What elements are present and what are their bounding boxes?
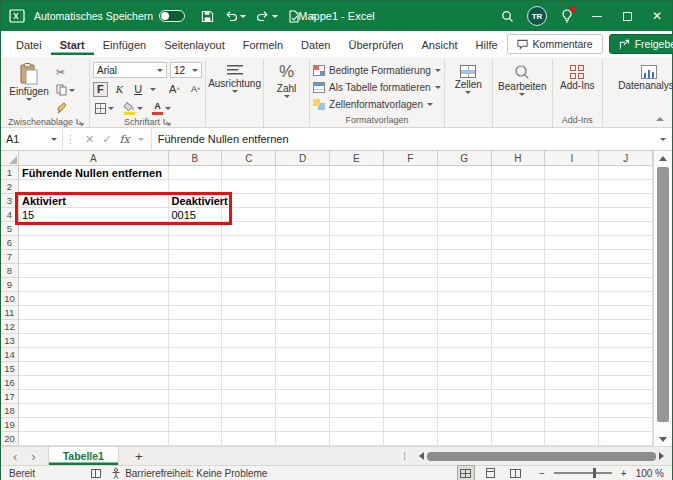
cell-F2[interactable] [384, 180, 438, 194]
cell-B10[interactable] [169, 292, 223, 306]
cell-J20[interactable] [599, 432, 653, 446]
row-header-9[interactable]: 9 [1, 278, 19, 292]
cell-A13[interactable] [19, 334, 169, 348]
cell-C1[interactable] [222, 166, 276, 180]
next-sheet-icon[interactable]: › [31, 449, 35, 464]
cell-A9[interactable] [19, 278, 169, 292]
shrink-font-button[interactable]: A˅ [188, 82, 204, 97]
tab-hilfe[interactable]: Hilfe [467, 34, 507, 55]
expand-formula-bar-icon[interactable] [654, 128, 672, 150]
cell-G8[interactable] [438, 264, 492, 278]
cell-F16[interactable] [384, 376, 438, 390]
cell-H18[interactable] [492, 404, 546, 418]
cell-C11[interactable] [222, 306, 276, 320]
cell-G1[interactable] [438, 166, 492, 180]
cell-G9[interactable] [438, 278, 492, 292]
cell-D14[interactable] [276, 348, 330, 362]
cell-I1[interactable] [545, 166, 599, 180]
cell-D10[interactable] [276, 292, 330, 306]
cell-D15[interactable] [276, 362, 330, 376]
column-header-J[interactable]: J [599, 151, 653, 166]
prev-sheet-icon[interactable]: ‹ [13, 449, 17, 464]
cell-F15[interactable] [384, 362, 438, 376]
cell-J19[interactable] [599, 418, 653, 432]
cell-H16[interactable] [492, 376, 546, 390]
cell-C20[interactable] [222, 432, 276, 446]
cell-B12[interactable] [169, 320, 223, 334]
cell-E9[interactable] [330, 278, 384, 292]
row-header-4[interactable]: 4 [1, 208, 19, 222]
cell-H19[interactable] [492, 418, 546, 432]
cell-J4[interactable] [599, 208, 653, 222]
tab-ueberpruefen[interactable]: Überprüfen [339, 34, 412, 55]
cell-E6[interactable] [330, 236, 384, 250]
cell-D12[interactable] [276, 320, 330, 334]
cell-J5[interactable] [599, 222, 653, 236]
cell-G18[interactable] [438, 404, 492, 418]
zoom-level[interactable]: 100 % [636, 468, 664, 479]
row-header-5[interactable]: 5 [1, 222, 19, 236]
cell-H17[interactable] [492, 390, 546, 404]
cell-C4[interactable] [222, 208, 276, 222]
cell-C3[interactable] [222, 194, 276, 208]
cell-B17[interactable] [169, 390, 223, 404]
column-header-H[interactable]: H [492, 151, 546, 166]
cut-button[interactable]: ✂ [54, 64, 77, 80]
cell-A14[interactable] [19, 348, 169, 362]
cell-J15[interactable] [599, 362, 653, 376]
cell-F14[interactable] [384, 348, 438, 362]
cell-B11[interactable] [169, 306, 223, 320]
cell-E8[interactable] [330, 264, 384, 278]
cell-E12[interactable] [330, 320, 384, 334]
tab-start[interactable]: Start [51, 34, 94, 55]
cell-G19[interactable] [438, 418, 492, 432]
cell-J16[interactable] [599, 376, 653, 390]
cell-C16[interactable] [222, 376, 276, 390]
cell-A8[interactable] [19, 264, 169, 278]
ideas-lightbulb-icon[interactable] [552, 1, 582, 31]
cell-D3[interactable] [276, 194, 330, 208]
cell-G17[interactable] [438, 390, 492, 404]
cell-A16[interactable] [19, 376, 169, 390]
cell-A12[interactable] [19, 320, 169, 334]
conditional-formatting-button[interactable]: Bedingte Formatierung [313, 62, 441, 79]
cell-F13[interactable] [384, 334, 438, 348]
cell-D1[interactable] [276, 166, 330, 180]
cell-B6[interactable] [169, 236, 223, 250]
column-header-D[interactable]: D [276, 151, 330, 166]
cell-C9[interactable] [222, 278, 276, 292]
enter-icon[interactable]: ✓ [102, 133, 111, 146]
row-header-11[interactable]: 11 [1, 306, 19, 320]
add-sheet-button[interactable]: + [119, 447, 159, 465]
clipboard-dialog-launcher-icon[interactable] [76, 118, 84, 126]
cell-I10[interactable] [545, 292, 599, 306]
undo-button[interactable] [221, 8, 249, 24]
search-icon[interactable] [492, 1, 522, 31]
cell-D6[interactable] [276, 236, 330, 250]
horizontal-scroll-thumb[interactable] [427, 452, 656, 461]
macro-record-icon[interactable] [91, 469, 101, 478]
cell-F1[interactable] [384, 166, 438, 180]
row-header-17[interactable]: 17 [1, 390, 19, 404]
cell-F4[interactable] [384, 208, 438, 222]
cell-C6[interactable] [222, 236, 276, 250]
fx-dropdown-icon[interactable] [138, 138, 144, 141]
borders-button[interactable] [93, 100, 116, 116]
cell-E4[interactable] [330, 208, 384, 222]
tab-datei[interactable]: Datei [7, 34, 51, 55]
copy-button[interactable] [54, 82, 77, 98]
cell-styles-button[interactable]: Zellenformatvorlagen [313, 96, 433, 113]
redo-button[interactable] [253, 8, 281, 24]
cell-E16[interactable] [330, 376, 384, 390]
row-header-2[interactable]: 2 [1, 180, 19, 194]
redo-dropdown-icon[interactable] [272, 15, 278, 18]
cell-B8[interactable] [169, 264, 223, 278]
font-name-select[interactable]: Arial [93, 62, 167, 78]
cell-J13[interactable] [599, 334, 653, 348]
vertical-scroll-thumb[interactable] [657, 167, 669, 422]
format-as-table-button[interactable]: Als Tabelle formatieren [313, 79, 441, 96]
account-avatar[interactable]: TR [522, 1, 552, 31]
cell-C17[interactable] [222, 390, 276, 404]
fill-color-button[interactable] [121, 100, 145, 116]
cell-E13[interactable] [330, 334, 384, 348]
